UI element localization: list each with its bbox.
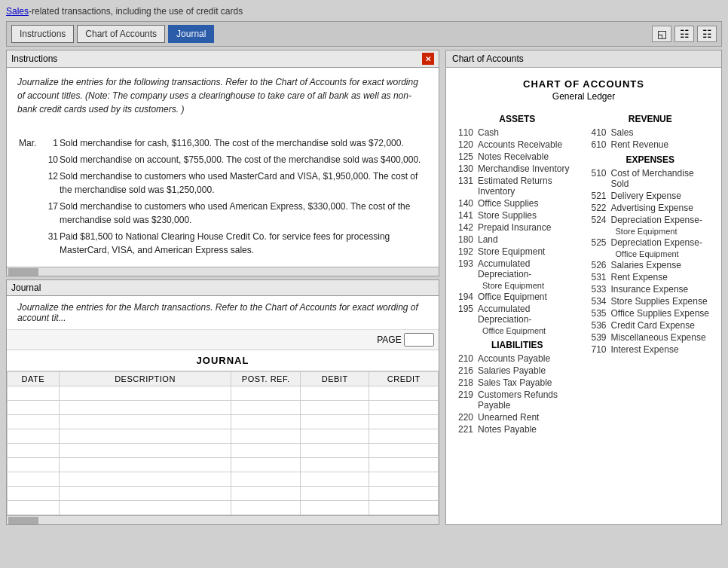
journal-input-date-5[interactable] xyxy=(11,445,56,456)
journal-cell-debit-3[interactable] xyxy=(300,415,369,429)
journal-input-debit-3[interactable] xyxy=(304,417,366,427)
journal-input-desc-6[interactable] xyxy=(63,460,228,470)
journal-input-date-4[interactable] xyxy=(11,431,56,441)
journal-input-desc-1[interactable] xyxy=(63,388,228,399)
journal-input-postref-6[interactable] xyxy=(234,460,297,470)
journal-cell-date-4[interactable] xyxy=(8,429,60,444)
journal-cell-desc-7[interactable] xyxy=(59,472,231,487)
tab-chart-of-accounts[interactable]: Chart of Accounts xyxy=(77,25,165,43)
journal-cell-desc-9[interactable] xyxy=(59,501,231,515)
journal-cell-desc-4[interactable] xyxy=(59,429,231,444)
tab-instructions[interactable]: Instructions xyxy=(11,25,74,43)
journal-input-postref-1[interactable] xyxy=(234,388,297,399)
journal-input-date-2[interactable] xyxy=(11,402,56,413)
journal-input-date-8[interactable] xyxy=(11,488,56,499)
sales-link[interactable]: Sales xyxy=(6,6,29,17)
journal-input-credit-9[interactable] xyxy=(372,502,435,513)
journal-cell-postref-5[interactable] xyxy=(231,444,301,458)
journal-cell-desc-6[interactable] xyxy=(59,458,231,472)
journal-cell-postref-4[interactable] xyxy=(231,429,301,444)
journal-cell-desc-8[interactable] xyxy=(59,487,231,501)
journal-cell-postref-6[interactable] xyxy=(231,458,301,472)
journal-cell-credit-1[interactable] xyxy=(369,386,439,401)
journal-input-date-1[interactable] xyxy=(11,388,56,399)
journal-cell-credit-3[interactable] xyxy=(369,415,439,429)
journal-cell-credit-8[interactable] xyxy=(369,487,439,501)
journal-cell-desc-1[interactable] xyxy=(59,386,231,401)
journal-cell-date-7[interactable] xyxy=(8,472,60,487)
journal-cell-credit-9[interactable] xyxy=(369,501,439,515)
journal-input-desc-7[interactable] xyxy=(63,474,228,484)
journal-input-postref-5[interactable] xyxy=(234,445,297,456)
journal-input-desc-2[interactable] xyxy=(63,402,228,413)
journal-cell-postref-2[interactable] xyxy=(231,401,301,415)
journal-input-date-6[interactable] xyxy=(11,460,56,470)
journal-input-credit-2[interactable] xyxy=(372,402,435,413)
journal-cell-desc-2[interactable] xyxy=(59,401,231,415)
journal-cell-debit-6[interactable] xyxy=(300,458,369,472)
journal-input-debit-9[interactable] xyxy=(304,502,366,513)
journal-input-postref-9[interactable] xyxy=(234,502,297,513)
journal-cell-postref-7[interactable] xyxy=(231,472,301,487)
view-icon-1[interactable]: ◱ xyxy=(652,26,671,42)
journal-input-debit-2[interactable] xyxy=(304,402,366,413)
journal-input-date-7[interactable] xyxy=(11,474,56,484)
journal-cell-date-2[interactable] xyxy=(8,401,60,415)
view-icon-2[interactable]: ☷ xyxy=(674,26,694,42)
journal-cell-postref-3[interactable] xyxy=(231,415,301,429)
journal-cell-desc-5[interactable] xyxy=(59,444,231,458)
journal-cell-credit-2[interactable] xyxy=(369,401,439,415)
journal-cell-date-6[interactable] xyxy=(8,458,60,472)
journal-input-desc-9[interactable] xyxy=(63,502,228,513)
journal-input-postref-3[interactable] xyxy=(234,417,297,427)
journal-cell-debit-9[interactable] xyxy=(300,501,369,515)
journal-cell-postref-8[interactable] xyxy=(231,487,301,501)
journal-input-debit-5[interactable] xyxy=(304,445,366,456)
journal-cell-debit-8[interactable] xyxy=(300,487,369,501)
journal-scrollbar-h[interactable] xyxy=(7,515,439,524)
journal-cell-debit-2[interactable] xyxy=(300,401,369,415)
journal-cell-debit-7[interactable] xyxy=(300,472,369,487)
journal-input-debit-4[interactable] xyxy=(304,431,366,441)
journal-input-debit-6[interactable] xyxy=(304,460,366,470)
journal-cell-debit-4[interactable] xyxy=(300,429,369,444)
journal-cell-date-8[interactable] xyxy=(8,487,60,501)
instructions-scrollbar-h[interactable] xyxy=(7,267,439,276)
journal-input-desc-4[interactable] xyxy=(63,431,228,441)
journal-input-postref-7[interactable] xyxy=(234,474,297,484)
journal-cell-date-1[interactable] xyxy=(8,386,60,401)
journal-cell-date-5[interactable] xyxy=(8,444,60,458)
journal-input-debit-8[interactable] xyxy=(304,488,366,499)
journal-cell-credit-7[interactable] xyxy=(369,472,439,487)
journal-input-desc-8[interactable] xyxy=(63,488,228,499)
journal-input-desc-5[interactable] xyxy=(63,445,228,456)
journal-input-credit-4[interactable] xyxy=(372,431,435,441)
journal-cell-credit-5[interactable] xyxy=(369,444,439,458)
journal-cell-debit-1[interactable] xyxy=(300,386,369,401)
journal-input-postref-8[interactable] xyxy=(234,488,297,499)
journal-input-credit-1[interactable] xyxy=(372,388,435,399)
journal-input-debit-7[interactable] xyxy=(304,474,366,484)
journal-cell-date-9[interactable] xyxy=(8,501,60,515)
journal-cell-postref-9[interactable] xyxy=(231,501,301,515)
journal-input-postref-4[interactable] xyxy=(234,431,297,441)
journal-input-desc-3[interactable] xyxy=(63,417,228,427)
journal-input-credit-3[interactable] xyxy=(372,417,435,427)
journal-input-debit-1[interactable] xyxy=(304,388,366,399)
journal-input-credit-6[interactable] xyxy=(372,460,435,470)
journal-cell-desc-3[interactable] xyxy=(59,415,231,429)
journal-cell-postref-1[interactable] xyxy=(231,386,301,401)
page-number-input[interactable] xyxy=(404,333,434,347)
journal-cell-credit-6[interactable] xyxy=(369,458,439,472)
journal-input-date-3[interactable] xyxy=(11,417,56,427)
tab-journal[interactable]: Journal xyxy=(168,25,214,43)
journal-input-credit-8[interactable] xyxy=(372,488,435,499)
view-icon-3[interactable]: ☷ xyxy=(697,26,717,42)
cost-link[interactable]: cost of the merchandise sold xyxy=(232,138,347,148)
journal-cell-debit-5[interactable] xyxy=(300,444,369,458)
journal-input-credit-5[interactable] xyxy=(372,445,435,456)
journal-input-postref-2[interactable] xyxy=(234,402,297,413)
journal-input-date-9[interactable] xyxy=(11,502,56,513)
journal-input-credit-7[interactable] xyxy=(372,474,435,484)
journal-cell-date-3[interactable] xyxy=(8,415,60,429)
